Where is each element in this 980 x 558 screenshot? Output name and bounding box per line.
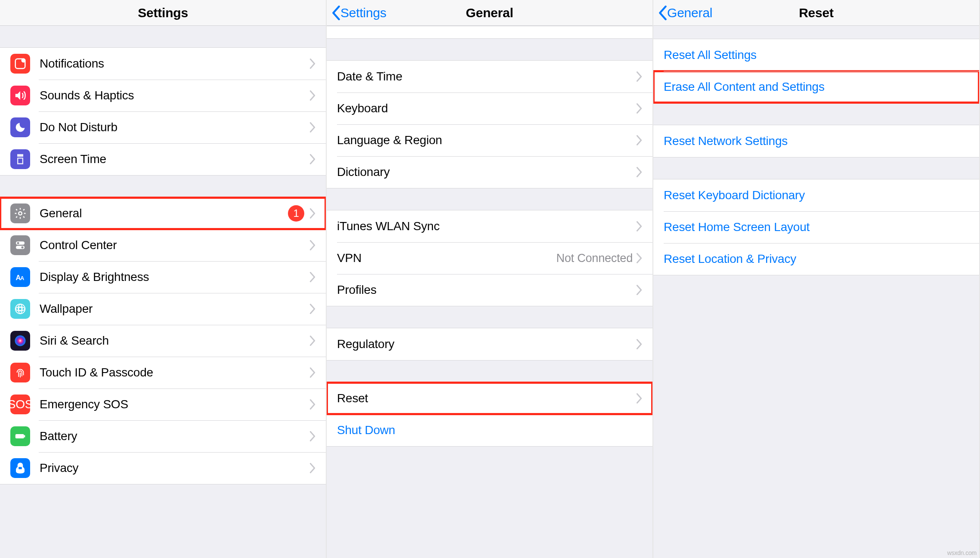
cell-erase-all-content-and-settings[interactable]: Erase All Content and Settings	[653, 71, 979, 103]
chevron-left-icon	[658, 6, 667, 20]
cell-label: Control Center	[40, 238, 309, 252]
settings-list: NotificationsSounds & HapticsDo Not Dist…	[0, 26, 326, 558]
cell-notifications[interactable]: Notifications	[0, 48, 326, 80]
navbar-general: Settings General	[327, 0, 652, 26]
general-panel: Settings General Date & TimeKeyboardLang…	[327, 0, 653, 558]
privacy-icon	[10, 458, 30, 478]
back-to-settings[interactable]: Settings	[327, 6, 386, 20]
cell-itunes-wlan-sync[interactable]: iTunes WLAN Sync	[327, 210, 652, 242]
chevron-right-icon	[309, 336, 315, 346]
general-icon	[10, 203, 30, 223]
cell-label: Erase All Content and Settings	[664, 80, 969, 94]
svg-point-2	[19, 212, 22, 215]
cell-label: Emergency SOS	[40, 398, 309, 411]
chevron-right-icon	[636, 393, 642, 404]
cell-label: Do Not Disturb	[40, 120, 309, 134]
cell-do-not-disturb[interactable]: Do Not Disturb	[0, 111, 326, 143]
cell-label: Dictionary	[337, 165, 636, 179]
general-list: Date & TimeKeyboardLanguage & RegionDict…	[327, 26, 652, 558]
navbar-title: Settings	[0, 6, 326, 20]
cell-emergency-sos[interactable]: SOSEmergency SOS	[0, 388, 326, 420]
cell-battery[interactable]: Battery	[0, 420, 326, 452]
cell-reset-network-settings[interactable]: Reset Network Settings	[653, 125, 979, 157]
cell-reset-keyboard-dictionary[interactable]: Reset Keyboard Dictionary	[653, 179, 979, 211]
cell-date-time[interactable]: Date & Time	[327, 61, 652, 92]
cell-label: Battery	[40, 429, 309, 443]
chevron-right-icon	[309, 208, 315, 219]
cell-label: Reset All Settings	[664, 48, 969, 62]
cell-label: Wallpaper	[40, 302, 309, 316]
chevron-right-icon	[309, 240, 315, 250]
siri-icon	[10, 331, 30, 351]
cell-language-region[interactable]: Language & Region	[327, 124, 652, 156]
chevron-right-icon	[636, 135, 642, 145]
chevron-right-icon	[309, 122, 315, 133]
chevron-left-icon	[332, 6, 340, 20]
control-icon	[10, 235, 30, 255]
cell-display-brightness[interactable]: AADisplay & Brightness	[0, 261, 326, 293]
notifications-icon	[10, 54, 30, 74]
chevron-right-icon	[636, 221, 642, 231]
cell-siri-search[interactable]: Siri & Search	[0, 325, 326, 357]
cell-general[interactable]: General1	[0, 197, 326, 229]
screentime-icon	[10, 149, 30, 169]
chevron-right-icon	[636, 339, 642, 349]
svg-point-5	[17, 242, 19, 244]
chevron-right-icon	[309, 272, 315, 282]
cell-regulatory[interactable]: Regulatory	[327, 328, 652, 360]
cell-reset-all-settings[interactable]: Reset All Settings	[653, 39, 979, 71]
svg-point-6	[22, 247, 24, 249]
back-label: Settings	[340, 6, 386, 20]
cell-touch-id-passcode[interactable]: Touch ID & Passcode	[0, 357, 326, 388]
reset-list: Reset All SettingsErase All Content and …	[653, 26, 979, 558]
cell-label: Reset Keyboard Dictionary	[664, 188, 969, 202]
cell-dictionary[interactable]: Dictionary	[327, 156, 652, 188]
cell-reset[interactable]: Reset	[327, 382, 652, 414]
cell-profiles[interactable]: Profiles	[327, 274, 652, 306]
cell-label: Privacy	[40, 461, 309, 475]
display-icon: AA	[10, 267, 30, 287]
cell-wallpaper[interactable]: Wallpaper	[0, 293, 326, 325]
cell-label: Sounds & Haptics	[40, 89, 309, 102]
svg-point-11	[15, 336, 26, 346]
cell-label: Date & Time	[337, 70, 636, 83]
cell-label: Display & Brightness	[40, 270, 309, 284]
chevron-right-icon	[309, 431, 315, 441]
chevron-right-icon	[309, 90, 315, 101]
cell-label: Reset	[337, 392, 636, 405]
svg-point-10	[19, 307, 22, 311]
cell-privacy[interactable]: Privacy	[0, 452, 326, 484]
cell-label: Profiles	[337, 283, 636, 297]
cell-label: iTunes WLAN Sync	[337, 219, 636, 233]
cell-label: Reset Home Screen Layout	[664, 220, 969, 234]
svg-point-1	[22, 59, 26, 63]
chevron-right-icon	[636, 103, 642, 114]
cell-detail: Not Connected	[556, 252, 633, 265]
cell-sounds-haptics[interactable]: Sounds & Haptics	[0, 80, 326, 111]
back-to-general[interactable]: General	[653, 6, 712, 20]
cell-control-center[interactable]: Control Center	[0, 229, 326, 261]
cell-reset-home-screen-layout[interactable]: Reset Home Screen Layout	[653, 211, 979, 243]
chevron-right-icon	[309, 59, 315, 69]
sounds-icon	[10, 86, 30, 105]
chevron-right-icon	[636, 71, 642, 82]
cell-shut-down[interactable]: Shut Down	[327, 414, 652, 446]
dnd-icon	[10, 117, 30, 137]
cell-reset-location-privacy[interactable]: Reset Location & Privacy	[653, 243, 979, 275]
svg-rect-14	[19, 467, 22, 469]
cell-keyboard[interactable]: Keyboard	[327, 92, 652, 124]
watermark: wsxdn.com	[947, 549, 977, 556]
svg-point-9	[15, 304, 25, 314]
cell-label: Language & Region	[337, 133, 636, 147]
cell-vpn[interactable]: VPNNot Connected	[327, 242, 652, 274]
reset-panel: General Reset Reset All SettingsErase Al…	[653, 0, 980, 558]
chevron-right-icon	[309, 399, 315, 410]
back-label: General	[667, 6, 712, 20]
navbar-settings: Settings	[0, 0, 326, 26]
cell-screen-time[interactable]: Screen Time	[0, 143, 326, 175]
navbar-reset: General Reset	[653, 0, 979, 26]
cell-label: Shut Down	[337, 423, 642, 437]
settings-panel: Settings NotificationsSounds & HapticsDo…	[0, 0, 327, 558]
cell-label: Notifications	[40, 57, 309, 71]
chevron-right-icon	[309, 367, 315, 378]
